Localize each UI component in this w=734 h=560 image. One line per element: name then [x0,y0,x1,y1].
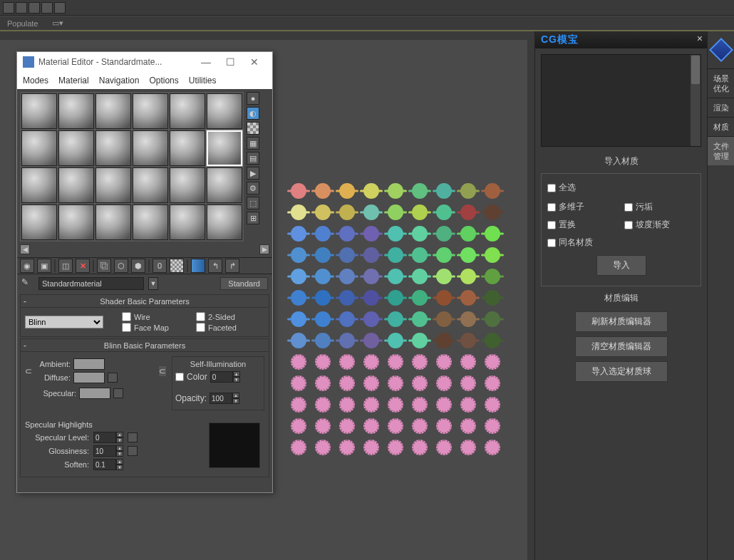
blinn-rollout-header[interactable]: - Blinn Basic Parameters [21,339,269,352]
dirt-checkbox[interactable]: 污垢 [624,199,696,215]
soften-value[interactable] [93,459,116,470]
viewport-material[interactable] [386,418,405,435]
viewport-material[interactable] [458,182,478,199]
viewport-material[interactable] [410,204,430,221]
viewport-material[interactable] [313,204,333,221]
viewport-material[interactable] [386,353,405,370]
viewport-material[interactable] [410,396,430,413]
viewport-material[interactable] [386,225,405,242]
material-id-button[interactable]: 0 [153,259,167,273]
faceted-checkbox[interactable]: Faceted [196,323,264,332]
clear-editor-button[interactable]: 清空材质编辑器 [575,336,668,357]
viewport-material[interactable] [482,353,502,370]
glossiness-map-button[interactable] [128,446,138,456]
viewport-material[interactable] [410,332,430,349]
viewport-material[interactable] [361,225,381,242]
specular-level-value[interactable] [93,432,116,443]
viewport-material[interactable] [458,375,478,392]
menu-material[interactable]: Material [58,76,89,85]
viewport-material[interactable] [337,225,357,242]
sample-slot[interactable] [95,130,131,166]
viewport-material[interactable] [410,247,430,264]
viewport-material[interactable] [434,375,454,392]
viewport-material[interactable] [482,247,502,264]
sample-scrollbar[interactable]: ◀ ▶ [20,244,269,254]
viewport-material[interactable] [289,311,309,328]
sample-slot[interactable] [207,204,242,240]
make-copy-button[interactable]: ⿻ [97,259,111,273]
specular-level-map-button[interactable] [128,432,138,442]
viewport-material[interactable] [434,182,454,199]
sample-slot[interactable] [95,93,131,129]
sample-slot[interactable] [207,130,242,166]
material-type-button[interactable]: Standard [220,277,268,290]
viewport-material[interactable] [386,311,405,328]
sample-slot[interactable] [207,93,242,129]
maximize-button[interactable]: ☐ [218,53,242,71]
displace-checkbox[interactable]: 置换 [547,217,619,233]
material-editor-titlebar[interactable]: Material Editor - Standardmate... — ☐ ✕ [17,52,272,72]
viewport-material[interactable] [313,289,333,306]
import-selected-button[interactable]: 导入选定材质球 [575,361,668,382]
viewport-material[interactable] [434,289,454,306]
viewport-material[interactable] [410,311,430,328]
specular-swatch[interactable] [79,388,110,399]
same-name-checkbox[interactable]: 同名材质 [547,234,619,251]
viewport-material[interactable] [386,268,405,285]
opacity-value[interactable] [210,393,232,404]
sample-slot[interactable] [21,93,57,129]
viewport-material[interactable] [482,396,502,413]
viewport-material[interactable] [361,204,381,221]
sample-slot[interactable] [58,93,94,129]
viewport-material[interactable] [482,225,502,242]
viewport-material[interactable] [410,439,430,456]
backlight-button[interactable]: ◐ [247,107,259,120]
viewport-material[interactable] [289,182,309,199]
viewport-material[interactable] [410,268,430,285]
toolbar-button[interactable] [29,2,40,14]
sample-slot[interactable] [58,204,94,240]
viewport-material[interactable] [289,332,309,349]
viewport-material[interactable] [482,439,502,456]
gradient-checkbox[interactable]: 坡度渐变 [624,217,696,233]
put-material-button[interactable]: ▣ [37,259,51,273]
sample-slot[interactable] [170,93,205,129]
viewport-material[interactable] [458,439,478,456]
put-to-library-button[interactable]: ⬢ [131,259,145,273]
sample-uv-button[interactable]: ▦ [247,137,259,150]
multi-sub-checkbox[interactable]: 多维子 [547,199,619,215]
video-check-button[interactable]: ▤ [247,152,259,165]
viewport-material[interactable] [289,225,309,242]
viewport-material[interactable] [337,439,357,456]
viewport-material[interactable] [313,439,333,456]
material-map-navigator-button[interactable]: ⊞ [247,212,259,224]
viewport-material[interactable] [458,289,478,306]
viewport-material[interactable] [313,247,333,264]
viewport-material[interactable] [337,182,357,199]
make-unique-button[interactable]: ⬡ [114,259,128,273]
viewport-material[interactable] [313,332,333,349]
shader-select[interactable]: Blinn [25,316,103,328]
two-sided-checkbox[interactable]: 2-Sided [196,312,264,321]
sample-slot[interactable] [133,167,168,203]
assign-material-button[interactable]: ◫ [58,259,73,273]
viewport-material[interactable] [361,268,381,285]
viewport-material[interactable] [337,311,357,328]
viewport-material[interactable] [386,332,405,349]
sample-slot[interactable] [58,130,94,166]
import-button[interactable]: 导入 [596,255,646,276]
viewport-material[interactable] [458,396,478,413]
viewport-material[interactable] [458,247,478,264]
viewport-material[interactable] [289,396,309,413]
viewport-material[interactable] [289,375,309,392]
scroll-right-icon[interactable]: ▶ [259,244,269,254]
viewport-material[interactable] [289,353,309,370]
viewport-material[interactable] [434,353,454,370]
viewport-material[interactable] [361,311,381,328]
sample-slot[interactable] [133,130,168,166]
tab-file-manager[interactable]: 文件管理 [708,136,734,165]
show-end-result-button[interactable] [191,259,205,273]
self-illum-value[interactable] [210,371,233,383]
viewport-material[interactable] [434,396,454,413]
face-map-checkbox[interactable]: Face Map [122,323,190,332]
